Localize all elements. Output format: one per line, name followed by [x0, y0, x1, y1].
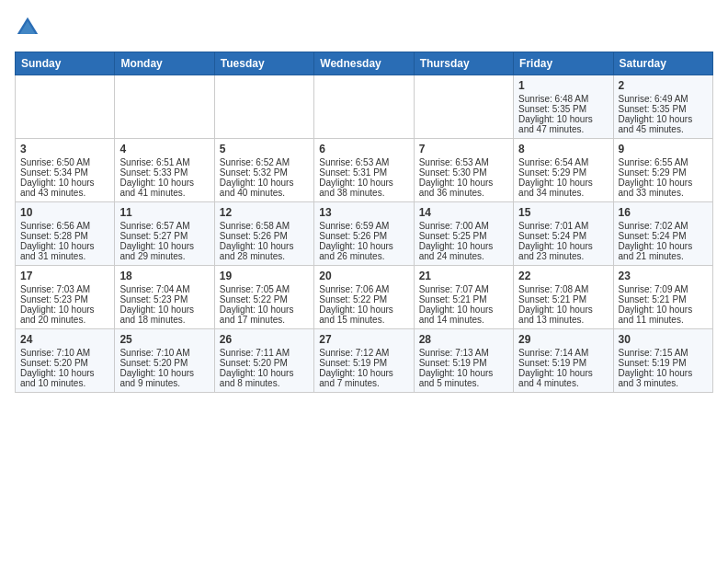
day-info: Daylight: 10 hours — [20, 304, 109, 315]
day-info: and 38 minutes. — [319, 188, 408, 198]
calendar-cell: 3Sunrise: 6:50 AMSunset: 5:34 PMDaylight… — [16, 139, 115, 202]
day-info: Daylight: 10 hours — [20, 368, 109, 378]
day-info: and 45 minutes. — [619, 124, 708, 134]
calendar-cell: 6Sunrise: 6:53 AMSunset: 5:31 PMDaylight… — [314, 139, 414, 202]
day-info: and 9 minutes. — [119, 378, 209, 388]
calendar-cell: 2Sunrise: 6:49 AMSunset: 5:35 PMDaylight… — [613, 75, 712, 139]
calendar-cell: 23Sunrise: 7:09 AMSunset: 5:21 PMDayligh… — [613, 266, 712, 329]
day-number: 4 — [119, 143, 209, 155]
weekday-header: Tuesday — [214, 52, 313, 75]
calendar-cell — [414, 75, 513, 139]
day-info: Sunrise: 6:50 AM — [20, 157, 109, 167]
calendar-cell: 12Sunrise: 6:58 AMSunset: 5:26 PMDayligh… — [214, 202, 313, 266]
weekday-header: Sunday — [16, 52, 115, 75]
day-info: Daylight: 10 hours — [619, 304, 708, 315]
calendar-cell: 7Sunrise: 6:53 AMSunset: 5:30 PMDaylight… — [414, 139, 513, 202]
calendar-cell: 15Sunrise: 7:01 AMSunset: 5:24 PMDayligh… — [514, 202, 613, 266]
day-info: and 7 minutes. — [319, 378, 408, 388]
day-info: Sunrise: 6:54 AM — [518, 157, 608, 167]
day-info: Sunrise: 7:12 AM — [319, 348, 408, 358]
day-info: Sunset: 5:30 PM — [419, 167, 508, 178]
calendar-week-row: 1Sunrise: 6:48 AMSunset: 5:35 PMDaylight… — [16, 75, 713, 139]
day-info: Sunset: 5:24 PM — [619, 231, 708, 241]
day-info: Sunset: 5:29 PM — [518, 167, 608, 178]
page-header — [15, 15, 713, 40]
calendar-week-row: 10Sunrise: 6:56 AMSunset: 5:28 PMDayligh… — [16, 202, 713, 266]
day-info: and 8 minutes. — [220, 378, 309, 388]
day-info: and 14 minutes. — [419, 315, 508, 325]
day-info: Daylight: 10 hours — [119, 241, 209, 251]
calendar-cell: 4Sunrise: 6:51 AMSunset: 5:33 PMDaylight… — [115, 139, 214, 202]
weekday-header: Saturday — [613, 52, 712, 75]
day-info: Sunset: 5:23 PM — [20, 294, 109, 304]
day-number: 17 — [20, 270, 109, 282]
day-info: Daylight: 10 hours — [619, 241, 708, 251]
day-info: Daylight: 10 hours — [419, 178, 508, 188]
day-info: Daylight: 10 hours — [518, 178, 608, 188]
day-info: and 43 minutes. — [20, 188, 109, 198]
day-info: Sunrise: 7:13 AM — [419, 348, 508, 358]
calendar-cell: 10Sunrise: 6:56 AMSunset: 5:28 PMDayligh… — [16, 202, 115, 266]
day-info: and 29 minutes. — [119, 251, 209, 261]
calendar-header-row: SundayMondayTuesdayWednesdayThursdayFrid… — [16, 52, 713, 75]
day-info: Sunrise: 7:04 AM — [119, 284, 209, 294]
day-info: Daylight: 10 hours — [220, 241, 309, 251]
calendar-cell — [214, 75, 313, 139]
day-info: Daylight: 10 hours — [319, 241, 408, 251]
day-info: Sunrise: 6:56 AM — [20, 221, 109, 231]
day-info: Daylight: 10 hours — [518, 241, 608, 251]
calendar-cell — [115, 75, 214, 139]
weekday-header: Monday — [115, 52, 214, 75]
day-info: Daylight: 10 hours — [220, 368, 309, 378]
day-info: Daylight: 10 hours — [119, 178, 209, 188]
day-info: and 23 minutes. — [518, 251, 608, 261]
day-info: Sunset: 5:21 PM — [419, 294, 508, 304]
day-info: Sunset: 5:25 PM — [419, 231, 508, 241]
day-info: and 34 minutes. — [518, 188, 608, 198]
calendar-cell: 14Sunrise: 7:00 AMSunset: 5:25 PMDayligh… — [414, 202, 513, 266]
day-info: Daylight: 10 hours — [518, 368, 608, 378]
day-number: 20 — [319, 270, 408, 282]
day-info: and 21 minutes. — [619, 251, 708, 261]
day-number: 11 — [119, 206, 209, 219]
calendar-cell: 24Sunrise: 7:10 AMSunset: 5:20 PMDayligh… — [16, 329, 115, 393]
day-info: Sunset: 5:19 PM — [619, 358, 708, 368]
day-info: and 41 minutes. — [119, 188, 209, 198]
day-number: 22 — [518, 270, 608, 282]
day-info: Sunrise: 7:10 AM — [119, 348, 209, 358]
day-info: Sunrise: 7:08 AM — [518, 284, 608, 294]
day-info: Sunrise: 7:09 AM — [619, 284, 708, 294]
calendar-cell — [16, 75, 115, 139]
day-number: 13 — [319, 206, 408, 219]
day-number: 30 — [619, 333, 708, 346]
day-info: Sunrise: 7:11 AM — [220, 348, 309, 358]
day-info: Daylight: 10 hours — [220, 178, 309, 188]
day-info: Sunset: 5:21 PM — [518, 294, 608, 304]
day-info: and 13 minutes. — [518, 315, 608, 325]
calendar-cell: 29Sunrise: 7:14 AMSunset: 5:19 PMDayligh… — [514, 329, 613, 393]
calendar-cell: 8Sunrise: 6:54 AMSunset: 5:29 PMDaylight… — [514, 139, 613, 202]
day-info: Sunset: 5:19 PM — [419, 358, 508, 368]
day-info: Sunset: 5:20 PM — [220, 358, 309, 368]
day-number: 26 — [220, 333, 309, 346]
logo — [15, 15, 44, 40]
day-info: Sunrise: 6:55 AM — [619, 157, 708, 167]
day-info: Daylight: 10 hours — [20, 178, 109, 188]
calendar-cell: 20Sunrise: 7:06 AMSunset: 5:22 PMDayligh… — [314, 266, 414, 329]
day-info: and 33 minutes. — [619, 188, 708, 198]
calendar-cell: 22Sunrise: 7:08 AMSunset: 5:21 PMDayligh… — [514, 266, 613, 329]
day-number: 25 — [119, 333, 209, 346]
day-info: Sunset: 5:22 PM — [220, 294, 309, 304]
day-number: 3 — [20, 143, 109, 155]
calendar-cell: 25Sunrise: 7:10 AMSunset: 5:20 PMDayligh… — [115, 329, 214, 393]
day-info: Sunrise: 7:10 AM — [20, 348, 109, 358]
calendar-cell: 27Sunrise: 7:12 AMSunset: 5:19 PMDayligh… — [314, 329, 414, 393]
day-info: and 17 minutes. — [220, 315, 309, 325]
day-number: 2 — [619, 79, 708, 92]
day-info: Sunset: 5:31 PM — [319, 167, 408, 178]
day-info: Sunset: 5:27 PM — [119, 231, 209, 241]
day-info: Sunrise: 6:49 AM — [619, 94, 708, 104]
calendar-cell: 1Sunrise: 6:48 AMSunset: 5:35 PMDaylight… — [514, 75, 613, 139]
calendar-cell: 13Sunrise: 6:59 AMSunset: 5:26 PMDayligh… — [314, 202, 414, 266]
day-info: Sunset: 5:20 PM — [119, 358, 209, 368]
